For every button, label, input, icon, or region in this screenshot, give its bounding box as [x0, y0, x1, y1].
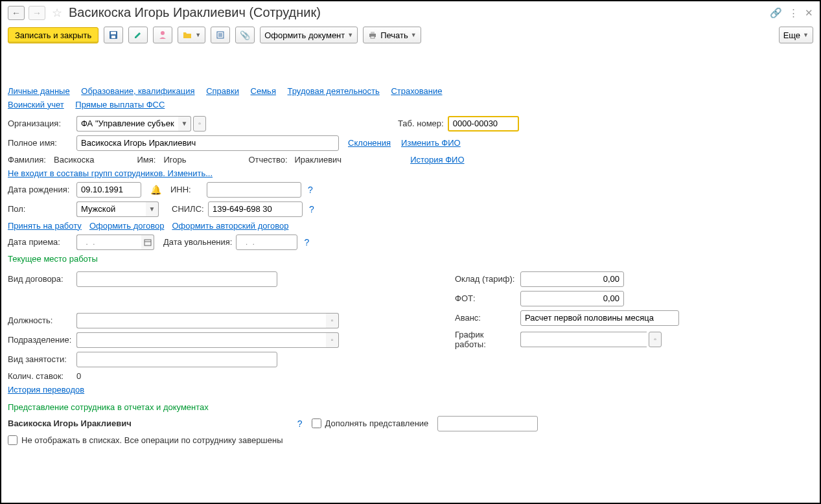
- firedate-label: Дата увольнения:: [163, 237, 232, 247]
- folder-dropdown-button[interactable]: ▼: [178, 27, 205, 43]
- nav-fss[interactable]: Прямые выплаты ФСС: [75, 100, 165, 109]
- kebab-menu-icon[interactable]: ⋮: [789, 7, 798, 19]
- list-button[interactable]: [211, 27, 230, 43]
- sex-dropdown-button[interactable]: ▼: [146, 201, 159, 217]
- chevron-down-icon: ▼: [195, 32, 201, 38]
- chevron-down-icon: ▼: [803, 32, 809, 38]
- more-button[interactable]: Еще▼: [779, 27, 813, 43]
- dept-label: Подразделение:: [8, 335, 73, 345]
- nav-insurance[interactable]: Страхование: [391, 86, 442, 96]
- repr-help-icon[interactable]: ?: [297, 418, 303, 429]
- rate-label: Колич. ставок:: [8, 371, 73, 381]
- sex-label: Пол:: [8, 204, 73, 214]
- middlename-value: Ираклиевич: [294, 155, 341, 165]
- salary-input[interactable]: [520, 271, 624, 287]
- nav-references[interactable]: Справки: [206, 86, 239, 96]
- repr-add-label: Дополнять представление: [325, 418, 429, 428]
- nav-forward-button[interactable]: →: [29, 6, 45, 20]
- transfers-link[interactable]: История переводов: [8, 385, 84, 395]
- hide-checkbox[interactable]: [8, 435, 17, 445]
- save-close-button[interactable]: Записать и закрыть: [8, 27, 98, 43]
- dob-input[interactable]: [76, 182, 141, 198]
- inn-help-icon[interactable]: ?: [308, 185, 313, 195]
- contract-link[interactable]: Оформить договор: [89, 221, 165, 231]
- fot-label: ФОТ:: [455, 293, 516, 303]
- advance-label: Аванс:: [455, 313, 516, 323]
- link-icon[interactable]: 🔗: [770, 7, 782, 19]
- hiredate-label: Дата приема:: [8, 237, 73, 247]
- pencil-icon: [133, 30, 143, 40]
- history-name-link[interactable]: История ФИО: [410, 155, 464, 165]
- position-input[interactable]: [76, 313, 326, 328]
- dept-input[interactable]: [76, 332, 326, 348]
- svg-rect-10: [371, 36, 375, 38]
- hire-link[interactable]: Принять на работу: [8, 221, 82, 231]
- inn-label: ИНН:: [170, 185, 203, 194]
- svg-rect-11: [145, 240, 151, 246]
- org-combo: ▼ ▫: [76, 116, 206, 132]
- repr-add-input[interactable]: [437, 416, 538, 431]
- repr-header: Представление сотрудника в отчетах и док…: [8, 402, 209, 412]
- sex-input[interactable]: [76, 201, 146, 217]
- nav-back-button[interactable]: ←: [8, 6, 25, 20]
- org-open-button[interactable]: ▫: [193, 116, 206, 132]
- dob-label: Дата рождения:: [8, 185, 73, 194]
- nav-military[interactable]: Воинский учет: [8, 100, 64, 109]
- change-name-link[interactable]: Изменить ФИО: [401, 138, 461, 148]
- nav-family[interactable]: Семья: [251, 86, 276, 96]
- repr-name: Васикоска Игорь Ираклиевич: [8, 418, 132, 428]
- snils-help-icon[interactable]: ?: [309, 204, 314, 214]
- groups-link[interactable]: Не входит в составы групп сотрудников. И…: [8, 168, 213, 178]
- save-button[interactable]: [104, 27, 123, 43]
- edit-button[interactable]: [128, 27, 148, 43]
- firedate-input[interactable]: [236, 235, 297, 250]
- section-nav: Личные данные Образование, квалификация …: [8, 85, 813, 112]
- firstname-value: Игорь: [163, 155, 186, 165]
- lastname-value: Васикоска: [54, 155, 94, 165]
- folder-icon: [182, 30, 192, 40]
- hiredate-combo: [76, 235, 154, 250]
- schedule-input[interactable]: [520, 332, 647, 347]
- hiredate-calendar-button[interactable]: [141, 235, 154, 250]
- tabnum-input[interactable]: [448, 116, 519, 132]
- hide-label: Не отображать в списках. Все операции по…: [21, 435, 283, 445]
- author-contract-link[interactable]: Оформить авторский договор: [172, 221, 288, 231]
- person-icon: [157, 30, 168, 40]
- repr-add-checkbox[interactable]: [312, 418, 321, 428]
- firedate-help-icon[interactable]: ?: [304, 237, 309, 247]
- tabnum-label: Таб. номер:: [398, 119, 444, 128]
- declensions-link[interactable]: Склонения: [348, 138, 391, 148]
- favorite-star-icon[interactable]: ☆: [52, 6, 62, 20]
- emptype-input[interactable]: [76, 352, 277, 367]
- person-button[interactable]: [153, 27, 172, 43]
- org-input[interactable]: [76, 116, 178, 132]
- dept-open-button[interactable]: ▫: [326, 332, 339, 348]
- inn-input[interactable]: [207, 182, 301, 198]
- chevron-down-icon: ▼: [411, 32, 417, 38]
- schedule-open-button[interactable]: ▫: [649, 332, 662, 347]
- hiredate-input[interactable]: [76, 235, 141, 250]
- advance-input[interactable]: [520, 310, 679, 326]
- nav-personal[interactable]: Личные данные: [8, 86, 70, 96]
- snils-input[interactable]: [208, 201, 303, 217]
- svg-rect-9: [371, 32, 375, 34]
- floppy-icon: [108, 30, 119, 40]
- org-dropdown-button[interactable]: ▼: [178, 116, 191, 132]
- position-label: Должность:: [8, 315, 73, 325]
- svg-rect-2: [111, 36, 115, 38]
- bell-icon[interactable]: 🔔: [150, 185, 161, 195]
- create-document-button[interactable]: Оформить документ▼: [260, 27, 358, 43]
- position-open-button[interactable]: ▫: [326, 313, 339, 328]
- fot-input[interactable]: [520, 291, 624, 306]
- nav-work[interactable]: Трудовая деятельность: [288, 86, 380, 96]
- list-icon: [215, 30, 225, 40]
- contracttype-input[interactable]: [76, 271, 277, 287]
- close-icon[interactable]: ✕: [805, 7, 813, 19]
- svg-rect-1: [111, 32, 116, 34]
- emptype-label: Вид занятости:: [8, 354, 73, 364]
- print-button[interactable]: Печать▼: [363, 27, 421, 43]
- chevron-down-icon: ▼: [347, 32, 353, 38]
- fullname-input[interactable]: [76, 135, 339, 151]
- nav-education[interactable]: Образование, квалификация: [81, 86, 194, 96]
- attach-button[interactable]: 📎: [235, 27, 255, 43]
